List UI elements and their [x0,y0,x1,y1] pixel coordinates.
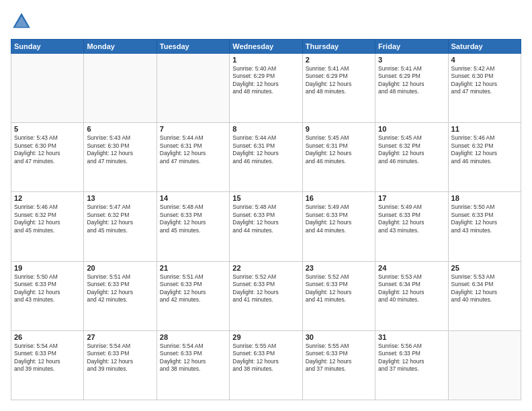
calendar-header-row: SundayMondayTuesdayWednesdayThursdayFrid… [11,40,521,54]
day-detail: Sunrise: 5:45 AM Sunset: 6:32 PM Dayligh… [378,134,445,165]
day-detail: Sunrise: 5:49 AM Sunset: 6:33 PM Dayligh… [378,203,445,234]
day-number: 12 [14,194,81,202]
day-number: 3 [378,56,445,64]
calendar-day [157,54,229,123]
day-detail: Sunrise: 5:53 AM Sunset: 6:34 PM Dayligh… [378,273,445,304]
day-detail: Sunrise: 5:42 AM Sunset: 6:30 PM Dayligh… [451,65,518,96]
calendar-day: 10Sunrise: 5:45 AM Sunset: 6:32 PM Dayli… [375,123,448,192]
day-detail: Sunrise: 5:54 AM Sunset: 6:33 PM Dayligh… [14,342,81,373]
day-number: 7 [160,125,226,133]
day-detail: Sunrise: 5:50 AM Sunset: 6:33 PM Dayligh… [451,203,518,234]
day-detail: Sunrise: 5:44 AM Sunset: 6:31 PM Dayligh… [160,134,226,165]
calendar-day: 8Sunrise: 5:44 AM Sunset: 6:31 PM Daylig… [230,123,302,192]
calendar-day: 15Sunrise: 5:48 AM Sunset: 6:33 PM Dayli… [230,192,302,261]
day-detail: Sunrise: 5:52 AM Sunset: 6:33 PM Dayligh… [306,273,372,304]
day-number: 22 [232,264,299,272]
day-number: 16 [306,194,372,202]
calendar-day: 14Sunrise: 5:48 AM Sunset: 6:33 PM Dayli… [157,192,229,261]
day-detail: Sunrise: 5:51 AM Sunset: 6:33 PM Dayligh… [87,273,153,304]
day-number: 24 [378,264,445,272]
calendar-header-wednesday: Wednesday [230,40,302,54]
calendar-week-5: 26Sunrise: 5:54 AM Sunset: 6:33 PM Dayli… [11,330,521,400]
day-number: 15 [232,194,299,202]
calendar-day [11,54,84,123]
day-detail: Sunrise: 5:49 AM Sunset: 6:33 PM Dayligh… [306,203,372,234]
calendar-day [448,330,521,400]
calendar-week-4: 19Sunrise: 5:50 AM Sunset: 6:33 PM Dayli… [11,261,521,330]
day-number: 27 [87,333,153,341]
calendar-week-3: 12Sunrise: 5:46 AM Sunset: 6:32 PM Dayli… [11,192,521,261]
day-number: 29 [232,333,299,341]
calendar-day: 9Sunrise: 5:45 AM Sunset: 6:31 PM Daylig… [302,123,375,192]
calendar-day: 25Sunrise: 5:53 AM Sunset: 6:34 PM Dayli… [448,261,521,330]
day-detail: Sunrise: 5:56 AM Sunset: 6:33 PM Dayligh… [378,342,445,373]
calendar-header-monday: Monday [84,40,157,54]
day-detail: Sunrise: 5:41 AM Sunset: 6:29 PM Dayligh… [306,65,372,96]
page: SundayMondayTuesdayWednesdayThursdayFrid… [0,0,532,411]
day-detail: Sunrise: 5:52 AM Sunset: 6:33 PM Dayligh… [232,273,299,304]
day-number: 28 [160,333,226,341]
calendar-day: 27Sunrise: 5:54 AM Sunset: 6:33 PM Dayli… [84,330,157,400]
day-number: 30 [306,333,372,341]
calendar-day [84,54,157,123]
day-number: 20 [87,264,153,272]
day-detail: Sunrise: 5:55 AM Sunset: 6:33 PM Dayligh… [232,342,299,373]
day-number: 2 [306,56,372,64]
day-number: 8 [232,125,299,133]
calendar-day: 12Sunrise: 5:46 AM Sunset: 6:32 PM Dayli… [11,192,84,261]
calendar-day: 24Sunrise: 5:53 AM Sunset: 6:34 PM Dayli… [375,261,448,330]
calendar-day: 13Sunrise: 5:47 AM Sunset: 6:32 PM Dayli… [84,192,157,261]
logo-icon [11,11,32,32]
calendar-day: 23Sunrise: 5:52 AM Sunset: 6:33 PM Dayli… [302,261,375,330]
day-detail: Sunrise: 5:45 AM Sunset: 6:31 PM Dayligh… [306,134,372,165]
calendar-day: 17Sunrise: 5:49 AM Sunset: 6:33 PM Dayli… [375,192,448,261]
calendar-day: 21Sunrise: 5:51 AM Sunset: 6:33 PM Dayli… [157,261,229,330]
day-detail: Sunrise: 5:44 AM Sunset: 6:31 PM Dayligh… [232,134,299,165]
day-detail: Sunrise: 5:43 AM Sunset: 6:30 PM Dayligh… [87,134,153,165]
calendar-day: 2Sunrise: 5:41 AM Sunset: 6:29 PM Daylig… [302,54,375,123]
day-detail: Sunrise: 5:40 AM Sunset: 6:29 PM Dayligh… [232,65,299,96]
calendar-day: 26Sunrise: 5:54 AM Sunset: 6:33 PM Dayli… [11,330,84,400]
logo [11,11,35,32]
day-number: 17 [378,194,445,202]
header [11,11,521,32]
calendar-day: 7Sunrise: 5:44 AM Sunset: 6:31 PM Daylig… [157,123,229,192]
day-number: 21 [160,264,226,272]
calendar-day: 11Sunrise: 5:46 AM Sunset: 6:32 PM Dayli… [448,123,521,192]
calendar-header-sunday: Sunday [11,40,84,54]
day-number: 19 [14,264,81,272]
day-detail: Sunrise: 5:46 AM Sunset: 6:32 PM Dayligh… [14,203,81,234]
day-detail: Sunrise: 5:46 AM Sunset: 6:32 PM Dayligh… [451,134,518,165]
calendar-day: 5Sunrise: 5:43 AM Sunset: 6:30 PM Daylig… [11,123,84,192]
calendar-day: 3Sunrise: 5:41 AM Sunset: 6:29 PM Daylig… [375,54,448,123]
day-number: 9 [306,125,372,133]
calendar-day: 29Sunrise: 5:55 AM Sunset: 6:33 PM Dayli… [230,330,302,400]
day-number: 26 [14,333,81,341]
calendar-day: 28Sunrise: 5:54 AM Sunset: 6:33 PM Dayli… [157,330,229,400]
day-detail: Sunrise: 5:41 AM Sunset: 6:29 PM Dayligh… [378,65,445,96]
day-number: 10 [378,125,445,133]
day-number: 11 [451,125,518,133]
day-number: 1 [232,56,299,64]
calendar-day: 22Sunrise: 5:52 AM Sunset: 6:33 PM Dayli… [230,261,302,330]
day-number: 4 [451,56,518,64]
calendar-day: 19Sunrise: 5:50 AM Sunset: 6:33 PM Dayli… [11,261,84,330]
day-number: 6 [87,125,153,133]
day-detail: Sunrise: 5:48 AM Sunset: 6:33 PM Dayligh… [160,203,226,234]
day-detail: Sunrise: 5:48 AM Sunset: 6:33 PM Dayligh… [232,203,299,234]
day-detail: Sunrise: 5:55 AM Sunset: 6:33 PM Dayligh… [306,342,372,373]
calendar-day: 31Sunrise: 5:56 AM Sunset: 6:33 PM Dayli… [375,330,448,400]
day-number: 23 [306,264,372,272]
day-detail: Sunrise: 5:53 AM Sunset: 6:34 PM Dayligh… [451,273,518,304]
day-detail: Sunrise: 5:54 AM Sunset: 6:33 PM Dayligh… [87,342,153,373]
calendar-day: 1Sunrise: 5:40 AM Sunset: 6:29 PM Daylig… [230,54,302,123]
day-detail: Sunrise: 5:43 AM Sunset: 6:30 PM Dayligh… [14,134,81,165]
calendar-day: 18Sunrise: 5:50 AM Sunset: 6:33 PM Dayli… [448,192,521,261]
day-detail: Sunrise: 5:47 AM Sunset: 6:32 PM Dayligh… [87,203,153,234]
day-detail: Sunrise: 5:54 AM Sunset: 6:33 PM Dayligh… [160,342,226,373]
day-detail: Sunrise: 5:50 AM Sunset: 6:33 PM Dayligh… [14,273,81,304]
calendar-week-1: 1Sunrise: 5:40 AM Sunset: 6:29 PM Daylig… [11,54,521,123]
calendar-week-2: 5Sunrise: 5:43 AM Sunset: 6:30 PM Daylig… [11,123,521,192]
calendar: SundayMondayTuesdayWednesdayThursdayFrid… [11,39,521,400]
calendar-day: 4Sunrise: 5:42 AM Sunset: 6:30 PM Daylig… [448,54,521,123]
